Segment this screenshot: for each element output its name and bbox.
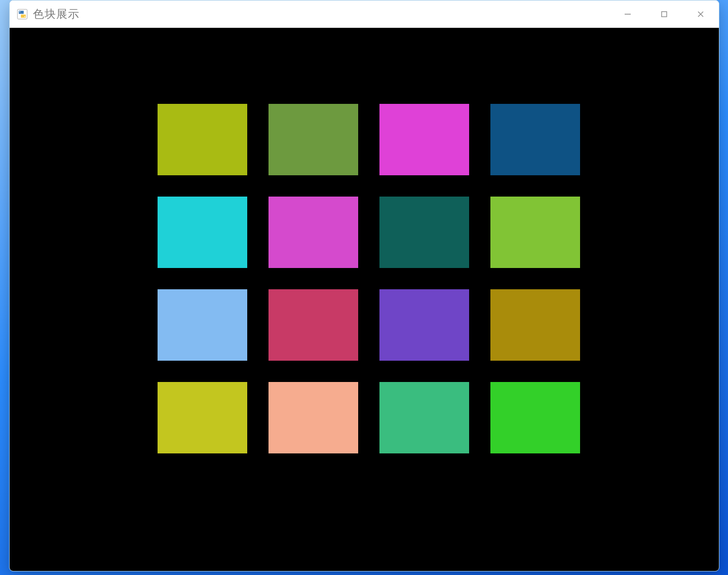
python-app-icon [17,9,28,20]
svg-rect-4 [662,12,667,17]
color-swatch-14 [379,382,469,453]
color-swatch-0 [158,104,247,175]
color-swatch-13 [269,382,358,453]
window-title: 色块展示 [33,7,80,22]
color-swatch-1 [269,104,358,175]
color-swatch-10 [379,289,469,361]
color-swatch-9 [269,289,358,361]
svg-point-1 [19,11,20,12]
color-swatch-12 [158,382,247,453]
app-window: 色块展示 [9,0,719,571]
color-swatch-grid [158,104,580,453]
color-swatch-11 [490,289,580,361]
color-swatch-3 [490,104,580,175]
maximize-button[interactable] [646,1,682,27]
color-swatch-15 [490,382,580,453]
color-swatch-6 [379,197,469,268]
canvas-area [10,28,719,571]
svg-point-2 [24,16,25,17]
close-button[interactable] [682,1,719,27]
color-swatch-4 [158,197,247,268]
titlebar[interactable]: 色块展示 [10,1,719,28]
color-swatch-5 [269,197,358,268]
window-controls [609,1,719,27]
color-swatch-2 [379,104,469,175]
color-swatch-7 [490,197,580,268]
color-swatch-8 [158,289,247,361]
minimize-button[interactable] [609,1,646,27]
